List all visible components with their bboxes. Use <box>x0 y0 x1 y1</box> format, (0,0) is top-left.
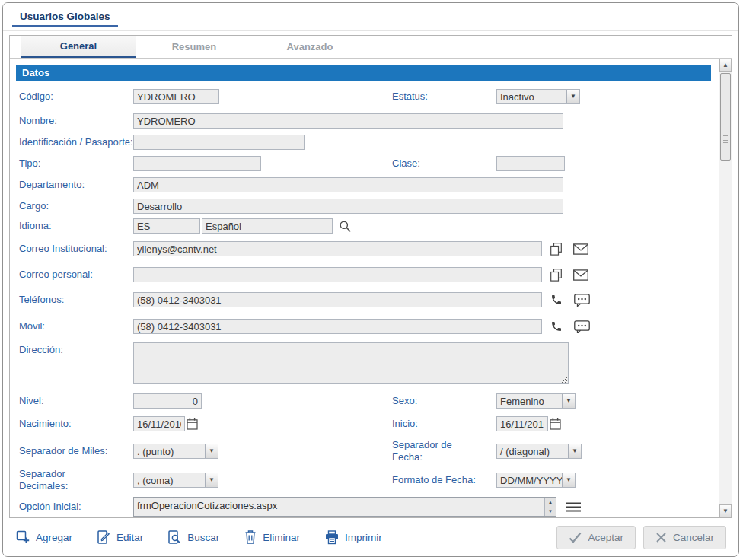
separador-fecha-select[interactable]: / (diagonal) ▼ <box>496 444 582 459</box>
departamento-label: Departamento: <box>19 179 133 191</box>
buscar-button[interactable]: Buscar <box>167 530 219 545</box>
formato-fecha-dropdown-button[interactable]: ▼ <box>562 473 575 487</box>
clase-input[interactable] <box>496 156 565 171</box>
sms-icon[interactable] <box>574 320 590 333</box>
separador-fecha-value: / (diagonal) <box>497 444 568 458</box>
editar-button[interactable]: Editar <box>97 530 143 545</box>
menu-icon[interactable] <box>566 501 582 513</box>
codigo-input[interactable] <box>133 89 219 104</box>
phone-icon[interactable] <box>550 294 563 306</box>
nombre-label: Nombre: <box>19 115 133 127</box>
separador-decimales-value: , (coma) <box>134 473 205 487</box>
add-record-icon <box>15 530 30 545</box>
buscar-label: Buscar <box>187 532 219 543</box>
direccion-label: Dirección: <box>19 342 133 356</box>
spinner-down-icon[interactable]: ▼ <box>545 507 556 516</box>
opcion-inicial-listbox[interactable]: frmOperacionCotizaciones.aspx ▲ ▼ <box>133 497 556 517</box>
opcion-inicial-spinner[interactable]: ▲ ▼ <box>544 498 556 516</box>
separador-miles-value: . (punto) <box>134 444 205 458</box>
nombre-input[interactable] <box>133 113 563 129</box>
sexo-dropdown-button[interactable]: ▼ <box>562 394 575 408</box>
cancelar-label: Cancelar <box>673 532 714 543</box>
idioma-code-input[interactable] <box>133 218 200 234</box>
copy-icon[interactable] <box>550 243 562 256</box>
vertical-scrollbar[interactable]: ▲ ▼ <box>719 59 732 517</box>
separador-miles-dropdown-button[interactable]: ▼ <box>205 444 218 458</box>
row-correo-personal: Correo personal: <box>19 267 719 282</box>
nivel-input[interactable] <box>133 393 202 409</box>
chevron-down-icon: ▼ <box>566 477 572 483</box>
scroll-up-icon: ▲ <box>722 62 729 68</box>
correo-institucional-label: Correo Institucional: <box>19 243 133 255</box>
formato-fecha-select[interactable]: DD/MM/YYYY ▼ <box>496 473 576 488</box>
departamento-input[interactable] <box>133 177 563 192</box>
telefonos-input[interactable] <box>133 292 542 307</box>
row-opcion-inicial: Opción Inicial: frmOperacionCotizaciones… <box>19 497 719 517</box>
inicio-label: Inicio: <box>392 418 496 430</box>
sexo-value: Femenino <box>497 394 562 408</box>
aceptar-button[interactable]: Aceptar <box>556 526 636 549</box>
estatus-value: Inactivo <box>497 90 566 103</box>
formato-fecha-label: Formato de Fecha: <box>392 474 496 486</box>
row-separador-decimales-formato: Separador Decimales: , (coma) ▼ Formato … <box>19 468 719 492</box>
copy-icon[interactable] <box>550 269 562 282</box>
row-identificacion: Identificación / Pasaporte: <box>19 135 719 150</box>
calendar-icon[interactable] <box>550 418 561 430</box>
telefonos-label: Teléfonos: <box>19 294 133 306</box>
nacimiento-label: Nacimiento: <box>19 418 133 430</box>
cancelar-button[interactable]: Cancelar <box>643 526 726 549</box>
scroll-up-button[interactable]: ▲ <box>719 59 732 72</box>
separador-miles-select[interactable]: . (punto) ▼ <box>133 444 218 459</box>
correo-institucional-input[interactable] <box>133 241 542 256</box>
codigo-label: Código: <box>19 91 133 103</box>
email-icon[interactable] <box>573 243 588 255</box>
row-direccion: Dirección: <box>19 342 719 384</box>
nacimiento-input[interactable] <box>133 416 185 431</box>
idioma-name-input[interactable] <box>202 218 333 234</box>
cargo-input[interactable] <box>133 199 563 214</box>
scroll-down-button[interactable]: ▼ <box>719 504 732 517</box>
eliminar-button[interactable]: Eliminar <box>244 530 300 545</box>
window-title-tab[interactable]: Usuarios Globales <box>12 8 118 27</box>
email-icon[interactable] <box>573 269 588 281</box>
separador-decimales-dropdown-button[interactable]: ▼ <box>205 473 218 487</box>
scrollbar-thumb[interactable] <box>720 73 731 161</box>
tab-general[interactable]: General <box>21 36 136 58</box>
tab-resumen[interactable]: Resumen <box>136 36 252 58</box>
calendar-icon[interactable] <box>187 418 198 430</box>
movil-label: Móvil: <box>19 320 133 332</box>
opcion-inicial-value: frmOperacionCotizaciones.aspx <box>134 498 544 511</box>
separador-decimales-select[interactable]: , (coma) ▼ <box>133 473 218 488</box>
agregar-label: Agregar <box>36 532 72 543</box>
tipo-input[interactable] <box>133 156 261 171</box>
movil-input[interactable] <box>133 319 542 334</box>
chevron-down-icon: ▼ <box>566 398 572 404</box>
direccion-textarea[interactable] <box>133 342 569 384</box>
check-icon <box>569 532 582 543</box>
sexo-select[interactable]: Femenino ▼ <box>496 393 576 409</box>
identificacion-input[interactable] <box>133 135 305 150</box>
editar-label: Editar <box>116 532 143 543</box>
tab-avanzado[interactable]: Avanzado <box>252 36 368 58</box>
phone-icon[interactable] <box>550 320 563 332</box>
agregar-button[interactable]: Agregar <box>15 530 72 545</box>
correo-personal-input[interactable] <box>133 267 542 282</box>
row-nacimiento-inicio: Nacimiento: Inicio: <box>19 416 719 431</box>
edit-icon <box>97 530 111 545</box>
inicio-input[interactable] <box>496 416 548 431</box>
spinner-up-icon[interactable]: ▲ <box>545 498 556 507</box>
imprimir-button[interactable]: Imprimir <box>324 530 382 545</box>
identificacion-label: Identificación / Pasaporte: <box>19 136 133 148</box>
scroll-down-icon: ▼ <box>722 508 729 514</box>
row-nivel-sexo: Nivel: Sexo: Femenino ▼ <box>19 393 719 409</box>
sms-icon[interactable] <box>574 294 590 307</box>
window-tab-bar: Usuarios Globales <box>3 3 738 31</box>
search-icon[interactable] <box>339 220 352 233</box>
estatus-dropdown-button[interactable]: ▼ <box>566 90 579 103</box>
separador-fecha-dropdown-button[interactable]: ▼ <box>568 444 581 458</box>
correo-personal-label: Correo personal: <box>19 269 133 281</box>
form-scroll-area: Datos Código: Estatus: Inactivo ▼ <box>10 59 719 517</box>
cargo-label: Cargo: <box>19 200 133 212</box>
estatus-select[interactable]: Inactivo ▼ <box>496 89 580 104</box>
row-departamento: Departamento: <box>19 177 719 192</box>
